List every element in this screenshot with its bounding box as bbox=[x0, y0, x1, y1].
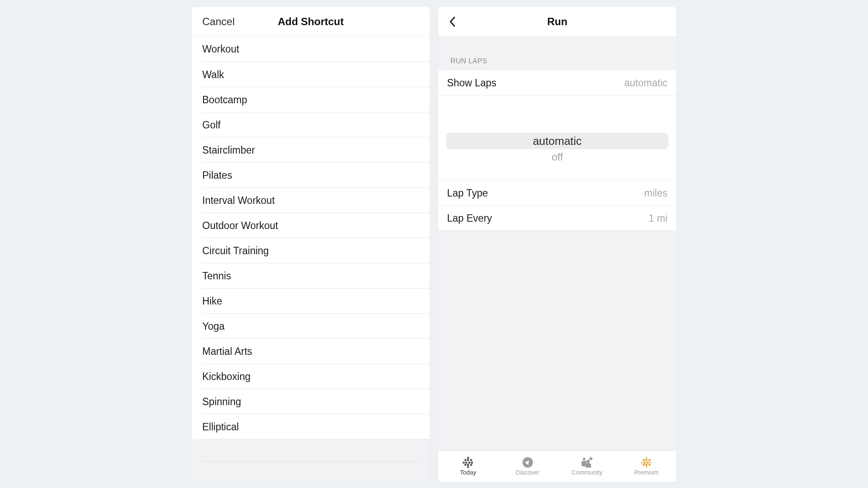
list-item[interactable]: Tennis bbox=[192, 263, 430, 288]
list-item[interactable]: Golf bbox=[192, 112, 430, 138]
list-item[interactable]: Bootcamp bbox=[192, 87, 430, 112]
navbar-run: Run bbox=[438, 7, 676, 36]
compass-icon bbox=[522, 457, 534, 468]
screens-container: Cancel Add Shortcut WorkoutWalkBootcampG… bbox=[192, 7, 676, 482]
list-item[interactable]: Stairclimber bbox=[192, 138, 430, 163]
tab-discover[interactable]: Discover bbox=[498, 451, 557, 482]
tab-label: Today bbox=[460, 469, 476, 476]
section-header-run-laps: RUN LAPS bbox=[438, 36, 676, 70]
list-item[interactable]: Martial Arts bbox=[192, 339, 430, 364]
list-item[interactable]: Spinning bbox=[192, 389, 430, 414]
fitbit-icon bbox=[462, 457, 474, 468]
show-laps-row[interactable]: Show Laps automatic bbox=[438, 70, 676, 95]
list-item[interactable]: Workout bbox=[192, 36, 430, 62]
shortcut-list: WorkoutWalkBootcampGolfStairclimberPilat… bbox=[192, 36, 430, 439]
show-laps-picker[interactable]: automatic off bbox=[438, 95, 676, 180]
picker-option-off[interactable]: off bbox=[444, 151, 671, 163]
show-laps-group: Show Laps automatic automatic off Lap Ty… bbox=[438, 70, 676, 231]
list-footer-space bbox=[192, 439, 430, 482]
list-item[interactable]: Kickboxing bbox=[192, 364, 430, 389]
tab-label: Community bbox=[572, 469, 602, 476]
tab-label: Premium bbox=[634, 469, 658, 476]
cancel-button[interactable]: Cancel bbox=[202, 16, 235, 28]
tab-label: Discover bbox=[516, 469, 539, 476]
list-item[interactable]: Walk bbox=[192, 62, 430, 87]
page-title: Add Shortcut bbox=[278, 16, 344, 28]
show-laps-label: Show Laps bbox=[447, 77, 496, 89]
list-item[interactable]: Circuit Training bbox=[192, 238, 430, 263]
list-item[interactable]: Interval Workout bbox=[192, 188, 430, 213]
premium-icon bbox=[641, 457, 653, 468]
chevron-left-icon bbox=[449, 16, 456, 27]
picker-selected[interactable]: automatic bbox=[446, 133, 668, 149]
lap-type-label: Lap Type bbox=[447, 187, 488, 199]
phone-left: Cancel Add Shortcut WorkoutWalkBootcampG… bbox=[192, 7, 430, 482]
lap-every-row[interactable]: Lap Every 1 mi bbox=[438, 206, 676, 231]
lap-every-value: 1 mi bbox=[649, 213, 667, 224]
lap-type-value: miles bbox=[644, 187, 667, 199]
list-item[interactable]: Outdoor Workout bbox=[192, 213, 430, 238]
show-laps-value: automatic bbox=[624, 77, 667, 89]
list-item[interactable]: Hike bbox=[192, 288, 430, 314]
list-item[interactable]: Yoga bbox=[192, 314, 430, 339]
page-title: Run bbox=[547, 16, 568, 28]
tab-today[interactable]: Today bbox=[438, 451, 498, 482]
list-item[interactable]: Elliptical bbox=[192, 414, 430, 439]
lap-type-row[interactable]: Lap Type miles bbox=[438, 180, 676, 206]
phone-right: Run RUN LAPS Show Laps automatic automat… bbox=[438, 7, 676, 482]
tab-premium[interactable]: Premium bbox=[617, 451, 676, 482]
lap-every-label: Lap Every bbox=[447, 213, 492, 224]
community-icon bbox=[581, 457, 593, 468]
tab-bar: Today Discover Community bbox=[438, 451, 676, 482]
tab-community[interactable]: Community bbox=[557, 451, 617, 482]
list-item[interactable]: Pilates bbox=[192, 163, 430, 188]
back-button[interactable] bbox=[446, 15, 459, 28]
navbar-add-shortcut: Cancel Add Shortcut bbox=[192, 7, 430, 36]
